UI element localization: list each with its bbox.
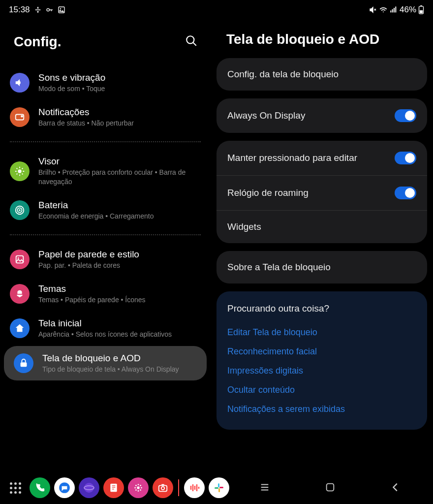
settings-item-brightness[interactable]: Visor Brilho • Proteção para conforto oc… [0, 149, 211, 192]
recents-button[interactable] [249, 477, 280, 499]
svg-point-26 [138, 490, 139, 492]
dock-divider [178, 479, 179, 496]
settings-item-title: Notificações [38, 107, 134, 118]
navigation-bar [0, 472, 433, 504]
svg-point-29 [135, 485, 137, 486]
dock-gallery-icon[interactable] [128, 477, 149, 498]
setting-row[interactable]: Config. da tela de bloqueio [216, 58, 427, 91]
setting-row[interactable]: Always On Display [216, 98, 427, 133]
settings-list-pane[interactable]: Config. Sons e vibração Modo de som • To… [0, 17, 211, 472]
svg-point-21 [84, 483, 94, 493]
svg-point-18 [18, 257, 19, 259]
related-link[interactable]: Notificações a serem exibidas [227, 400, 416, 419]
battery-icon [10, 200, 30, 220]
dock-messages-icon[interactable] [54, 477, 75, 498]
svg-rect-17 [16, 256, 24, 263]
home-button[interactable] [315, 477, 345, 499]
svg-rect-39 [219, 487, 223, 488]
settings-item-subtitle: Temas • Papéis de parede • Ícones [38, 295, 146, 304]
toggle-switch[interactable] [395, 109, 416, 122]
related-link[interactable]: Reconhecimento facial [227, 342, 416, 361]
svg-rect-36 [218, 483, 219, 487]
svg-rect-40 [327, 483, 334, 491]
svg-point-16 [19, 209, 21, 211]
svg-point-34 [161, 487, 164, 490]
svg-point-13 [18, 169, 21, 173]
wifi-icon [379, 6, 388, 14]
svg-rect-38 [218, 488, 220, 492]
setting-row[interactable]: Relógio de roaming [216, 175, 427, 210]
svg-rect-4 [392, 9, 393, 13]
settings-item-subtitle: Pap. par. • Paleta de cores [38, 261, 139, 270]
settings-item-wallpaper[interactable]: Papel de parede e estilo Pap. par. • Pal… [0, 242, 211, 277]
settings-item-subtitle: Brilho • Proteção para conforto ocular •… [38, 168, 202, 186]
settings-divider [10, 141, 201, 142]
setting-row[interactable]: Widgets [216, 210, 427, 243]
svg-rect-3 [390, 10, 391, 12]
setting-row[interactable]: Manter pressionado para editar [216, 141, 427, 175]
related-link[interactable]: Ocultar conteúdo [227, 380, 416, 400]
dock-notes-icon[interactable] [103, 477, 124, 498]
settings-item-battery[interactable]: Bateria Economia de energia • Carregamen… [0, 193, 211, 227]
settings-item-home[interactable]: Tela inicial Aparência • Selos nos ícone… [0, 311, 211, 346]
recent-podcast-icon[interactable] [184, 477, 205, 498]
status-bar: 15:38 46% [0, 0, 433, 17]
related-card: Procurando outra coisa? Editar Tela de b… [216, 291, 427, 430]
svg-rect-9 [420, 10, 423, 13]
settings-item-lock[interactable]: Tela de bloqueio e AOD Tipo de bloqueio … [4, 346, 207, 380]
related-title: Procurando outra coisa? [227, 303, 416, 314]
settings-item-themes[interactable]: Temas Temas • Papéis de parede • Ícones [0, 277, 211, 311]
dock-internet-icon[interactable] [79, 477, 99, 498]
search-icon [185, 34, 198, 47]
battery-percent: 46% [400, 5, 416, 15]
lock-icon [14, 353, 33, 373]
svg-point-0 [47, 8, 49, 11]
dock-camera-icon[interactable] [153, 477, 173, 498]
svg-point-27 [134, 487, 136, 489]
settings-item-title: Bateria [38, 200, 154, 211]
page-title: Config. [14, 34, 61, 50]
settings-item-title: Tela de bloqueio e AOD [42, 353, 179, 364]
tether-icon [34, 6, 42, 14]
svg-point-32 [140, 489, 141, 491]
svg-rect-6 [395, 6, 396, 12]
mute-icon [369, 6, 377, 14]
settings-item-subtitle: Modo de som • Toque [38, 84, 105, 93]
settings-item-volume[interactable]: Sons e vibração Modo de som • Toque [0, 65, 211, 100]
status-left: 15:38 [9, 5, 65, 15]
svg-point-24 [137, 486, 140, 489]
home-icon [10, 318, 30, 338]
svg-point-31 [135, 489, 137, 491]
setting-row[interactable]: Sobre a Tela de bloqueio [216, 251, 427, 284]
settings-item-title: Tela inicial [38, 318, 172, 329]
related-link[interactable]: Editar Tela de bloqueio [227, 323, 416, 342]
svg-rect-35 [161, 484, 164, 486]
related-link[interactable]: Impressões digitais [227, 361, 416, 380]
brightness-icon [10, 161, 30, 181]
dock-apps-grid-icon[interactable] [5, 477, 26, 498]
toggle-switch[interactable] [395, 187, 416, 199]
settings-item-notif[interactable]: Notificações Barra de status • Não pertu… [0, 100, 211, 134]
search-button[interactable] [182, 32, 201, 52]
toggle-switch[interactable] [395, 152, 416, 164]
settings-item-subtitle: Aparência • Selos nos ícones de aplicati… [38, 330, 172, 339]
status-right: 46% [369, 5, 424, 15]
recent-slack-icon[interactable] [209, 477, 229, 498]
back-button[interactable] [380, 477, 411, 499]
settings-item-title: Sons e vibração [38, 72, 105, 83]
setting-label: Manter pressionado para editar [227, 153, 357, 163]
svg-point-30 [140, 485, 141, 486]
settings-item-subtitle: Barra de status • Não perturbar [38, 119, 134, 127]
svg-rect-37 [215, 487, 218, 489]
setting-label: Sobre a Tela de bloqueio [227, 262, 331, 273]
svg-point-12 [21, 115, 23, 118]
dock-phone-icon[interactable] [30, 477, 50, 498]
settings-divider [10, 234, 201, 235]
signal-icon [390, 6, 398, 14]
detail-pane[interactable]: Tela de bloqueio e AOD Config. da tela d… [211, 17, 433, 472]
battery-icon [418, 5, 424, 14]
settings-item-title: Temas [38, 284, 146, 294]
picture-icon [58, 6, 65, 14]
settings-item-subtitle: Economia de energia • Carregamento [38, 212, 154, 220]
svg-point-2 [60, 8, 61, 10]
